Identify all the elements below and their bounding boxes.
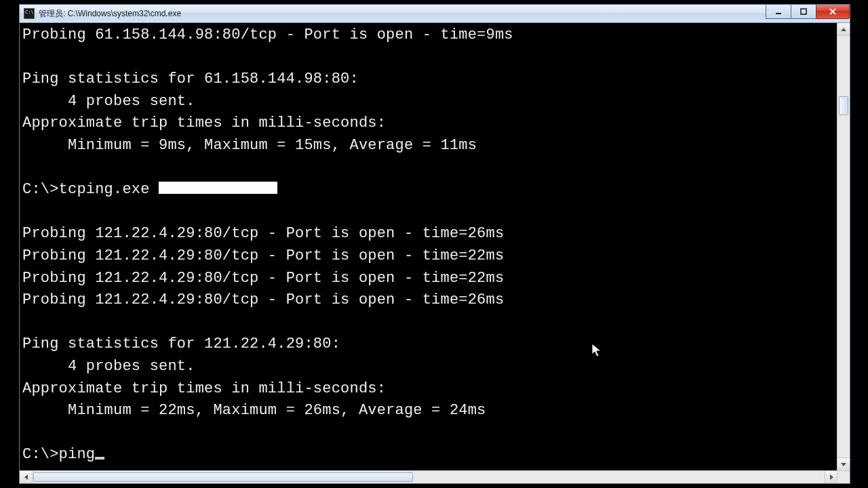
line: Minimum = 22ms, Maximum = 26ms, Average …: [22, 402, 486, 419]
window-title: 管理员: C:\Windows\system32\cmd.exe: [39, 8, 181, 20]
prompt-text: C:\>tcping.exe: [22, 181, 159, 198]
prompt-line: C:\>tcping.exe: [22, 181, 277, 198]
chevron-right-icon: [830, 474, 833, 480]
scrollbar-corner: [837, 470, 850, 483]
line: Probing 121.22.4.29:80/tcp - Port is ope…: [22, 291, 504, 308]
chevron-down-icon: [841, 463, 846, 466]
cmd-icon: [24, 8, 35, 19]
line: 4 probes sent.: [22, 93, 195, 110]
prompt-line: C:\>ping: [22, 446, 104, 463]
close-button[interactable]: [816, 5, 850, 19]
console-area: Probing 61.158.144.98:80/tcp - Port is o…: [20, 23, 850, 470]
maximize-icon: [800, 8, 807, 15]
svg-rect-1: [801, 9, 806, 14]
line: Probing 121.22.4.29:80/tcp - Port is ope…: [22, 270, 504, 287]
line: Ping statistics for 121.22.4.29:80:: [22, 336, 340, 352]
line: Probing 121.22.4.29:80/tcp - Port is ope…: [22, 225, 504, 242]
chevron-left-icon: [24, 474, 28, 480]
text-cursor: [95, 457, 104, 460]
horizontal-scrollbar[interactable]: [20, 470, 837, 483]
line: Approximate trip times in milli-seconds:: [22, 380, 386, 397]
maximize-button[interactable]: [791, 5, 816, 19]
terminal-output[interactable]: Probing 61.158.144.98:80/tcp - Port is o…: [20, 23, 837, 470]
cmd-window: 管理员: C:\Windows\system32\cmd.exe Probing…: [19, 4, 850, 484]
window-buttons: [766, 5, 850, 19]
minimize-button[interactable]: [766, 5, 791, 19]
horizontal-scroll-thumb[interactable]: [33, 472, 413, 482]
line: 4 probes sent.: [22, 358, 195, 375]
svg-rect-0: [776, 13, 781, 14]
scroll-down-button[interactable]: [837, 458, 850, 470]
line: Probing 61.158.144.98:80/tcp - Port is o…: [22, 26, 513, 43]
line: Probing 121.22.4.29:80/tcp - Port is ope…: [22, 247, 504, 264]
line: Approximate trip times in milli-seconds:: [22, 115, 386, 131]
scroll-up-button[interactable]: [837, 23, 850, 36]
redacted-host: [159, 182, 277, 194]
titlebar[interactable]: 管理员: C:\Windows\system32\cmd.exe: [20, 5, 850, 23]
close-icon: [829, 8, 837, 15]
scroll-right-button[interactable]: [825, 471, 837, 483]
line: Minimum = 9ms, Maximum = 15ms, Average =…: [22, 137, 477, 154]
line: Ping statistics for 61.158.144.98:80:: [22, 70, 359, 87]
minimize-icon: [775, 8, 782, 15]
vertical-scroll-thumb[interactable]: [839, 96, 848, 115]
chevron-up-icon: [841, 28, 846, 31]
scroll-left-button[interactable]: [20, 471, 33, 483]
prompt-text: C:\>ping: [22, 446, 95, 463]
vertical-scrollbar[interactable]: [837, 23, 850, 470]
